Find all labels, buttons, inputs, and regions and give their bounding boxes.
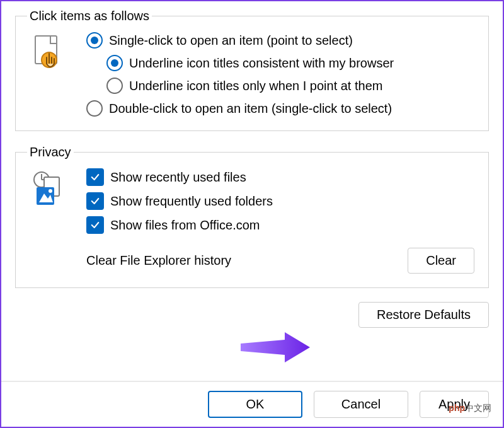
checkbox-office-files-label: Show files from Office.com (110, 218, 260, 233)
radio-double-click-label: Double-click to open an item (single-cli… (109, 101, 392, 116)
checkbox-frequent-folders-label: Show frequently used folders (110, 194, 273, 209)
radio-icon (86, 100, 103, 117)
radio-underline-browser-label: Underline icon titles consistent with my… (129, 56, 394, 71)
checkbox-recent-files-label: Show recently used files (110, 170, 246, 185)
check-icon (86, 216, 104, 234)
radio-icon (86, 32, 103, 49)
radio-icon (106, 55, 123, 71)
restore-defaults-button[interactable]: Restore Defaults (358, 302, 489, 328)
check-icon (86, 168, 104, 186)
apply-button[interactable]: Apply (420, 391, 489, 418)
group-privacy-legend: Privacy (27, 145, 74, 159)
radio-single-click[interactable]: Single-click to open an item (point to s… (86, 32, 477, 49)
dialog-footer: OK Cancel Apply (1, 381, 503, 427)
radio-underline-browser[interactable]: Underline icon titles consistent with my… (106, 55, 477, 71)
checkbox-frequent-folders[interactable]: Show frequently used folders (86, 192, 477, 210)
cancel-button[interactable]: Cancel (314, 391, 408, 418)
group-click-items-legend: Click items as follows (27, 9, 152, 23)
clear-button[interactable]: Clear (408, 248, 474, 274)
radio-double-click[interactable]: Double-click to open an item (single-cli… (86, 100, 477, 117)
checkbox-office-files[interactable]: Show files from Office.com (86, 216, 477, 234)
radio-single-click-label: Single-click to open an item (point to s… (109, 33, 353, 48)
click-items-icon (27, 32, 71, 75)
group-privacy: Privacy Show recently used files (15, 145, 489, 288)
radio-underline-point-label: Underline icon titles only when I point … (129, 79, 382, 93)
svg-point-8 (49, 189, 52, 193)
group-click-items: Click items as follows Single-click to o… (15, 9, 489, 131)
clear-history-label: Clear File Explorer history (86, 253, 231, 268)
radio-underline-point[interactable]: Underline icon titles only when I point … (106, 78, 477, 94)
checkbox-recent-files[interactable]: Show recently used files (86, 168, 477, 186)
privacy-icon (27, 168, 71, 209)
check-icon (86, 192, 104, 210)
radio-icon (106, 78, 123, 94)
ok-button[interactable]: OK (208, 391, 302, 418)
